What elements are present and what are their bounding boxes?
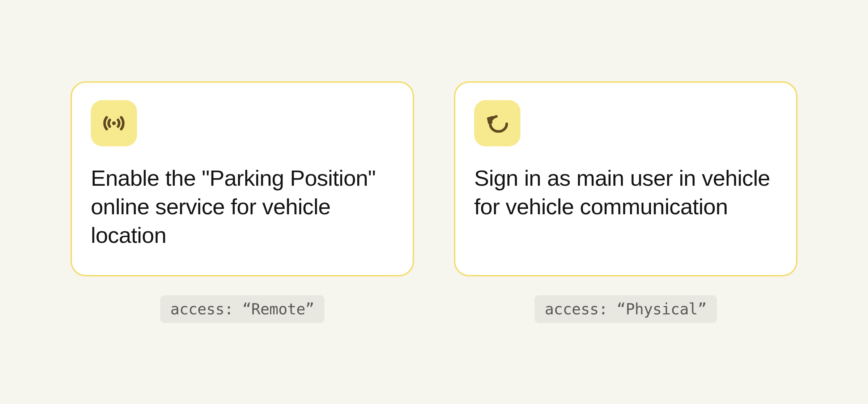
info-card: Sign in as main user in vehicle for vehi… bbox=[454, 81, 797, 276]
radio-icon bbox=[100, 109, 128, 137]
info-card: Enable the "Parking Position" online ser… bbox=[71, 81, 414, 276]
card-column: Sign in as main user in vehicle for vehi… bbox=[454, 81, 797, 323]
badge-key: access bbox=[545, 300, 599, 318]
hand-pointer-icon bbox=[483, 109, 511, 137]
badge-key: access bbox=[170, 300, 224, 318]
card-column: Enable the "Parking Position" online ser… bbox=[71, 81, 414, 323]
icon-badge bbox=[91, 100, 137, 146]
card-text: Enable the "Parking Position" online ser… bbox=[91, 164, 394, 250]
badge-value: Remote bbox=[251, 300, 305, 318]
access-badge: access: “Physical” bbox=[535, 295, 717, 323]
access-badge: access: “Remote” bbox=[160, 295, 324, 323]
svg-point-0 bbox=[112, 121, 116, 125]
icon-badge bbox=[474, 100, 520, 146]
card-row: Enable the "Parking Position" online ser… bbox=[0, 0, 868, 404]
card-text: Sign in as main user in vehicle for vehi… bbox=[474, 164, 777, 221]
badge-value: Physical bbox=[626, 300, 698, 318]
